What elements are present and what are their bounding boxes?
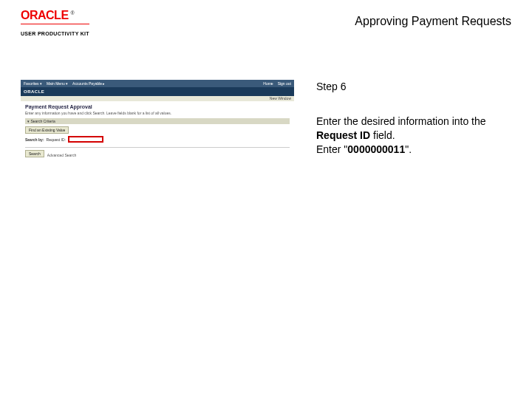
- mini-newwindow-link: New Window: [270, 96, 291, 100]
- mini-advanced-search-link: Advanced Search: [47, 153, 76, 157]
- instruction-text-2a: Enter ": [316, 143, 347, 155]
- upk-bar: USER PRODUCTIVITY KIT: [21, 24, 89, 38]
- mini-home-link: Home: [263, 81, 273, 86]
- screenshot-column: Favorites ▾ Main Menu ▾ Accounts Payable…: [21, 80, 294, 163]
- oracle-logo: ORACLE ®: [21, 9, 89, 22]
- mini-nav-breadcrumb: Accounts Payable ▸: [72, 81, 105, 86]
- mini-find-existing-button: Find an Existing Value: [25, 126, 69, 134]
- instruction-text-1a: Enter the desired information into the: [316, 115, 486, 127]
- mini-search-button: Search: [25, 150, 44, 157]
- instruction-field-name: Request ID: [316, 129, 370, 141]
- mini-toolbar: Favorites ▾ Main Menu ▾ Accounts Payable…: [21, 80, 294, 87]
- mini-page-heading: Payment Request Approval: [25, 104, 290, 109]
- page-title: Approving Payment Requests: [355, 15, 511, 28]
- instruction-text-1c: field.: [370, 129, 395, 141]
- mini-section-header: ▾ Search Criteria: [25, 118, 290, 124]
- mini-body: Payment Request Approval Enter any infor…: [21, 101, 294, 163]
- mini-subbar: New Window: [21, 96, 294, 101]
- doc-header: ORACLE ® USER PRODUCTIVITY KIT Approving…: [0, 0, 532, 43]
- mini-field-label: Request ID:: [47, 137, 66, 142]
- mini-signout-link: Sign out: [278, 81, 291, 86]
- instruction-text-2c: ".: [405, 143, 412, 155]
- mini-request-id-input-highlight: [68, 136, 103, 143]
- oracle-logo-text: ORACLE: [21, 9, 69, 22]
- instruction-line-2: Enter "0000000011".: [316, 143, 511, 157]
- mini-brand-text: ORACLE: [24, 89, 44, 94]
- embedded-screenshot: Favorites ▾ Main Menu ▾ Accounts Payable…: [21, 80, 294, 163]
- content-row: Favorites ▾ Main Menu ▾ Accounts Payable…: [0, 43, 532, 163]
- mini-nav-main: Main Menu ▾: [47, 81, 68, 86]
- mini-brandbar: ORACLE: [21, 87, 294, 96]
- instruction-column: Step 6 Enter the desired information int…: [316, 80, 511, 163]
- instruction-value: 0000000011: [347, 143, 405, 155]
- instruction-line-1: Enter the desired information into the R…: [316, 115, 511, 143]
- mini-nav-favorites: Favorites ▾: [24, 81, 42, 86]
- mini-description: Enter any information you have and click…: [25, 111, 290, 115]
- upk-text: USER PRODUCTIVITY KIT: [21, 31, 89, 36]
- mini-footer: Search Advanced Search: [25, 147, 290, 160]
- step-label: Step 6: [316, 80, 511, 94]
- trademark-symbol: ®: [71, 10, 75, 16]
- logo-block: ORACLE ® USER PRODUCTIVITY KIT: [21, 9, 89, 38]
- mini-search-by-label: Search by:: [25, 137, 44, 142]
- mini-search-row: Search by: Request ID:: [25, 136, 290, 143]
